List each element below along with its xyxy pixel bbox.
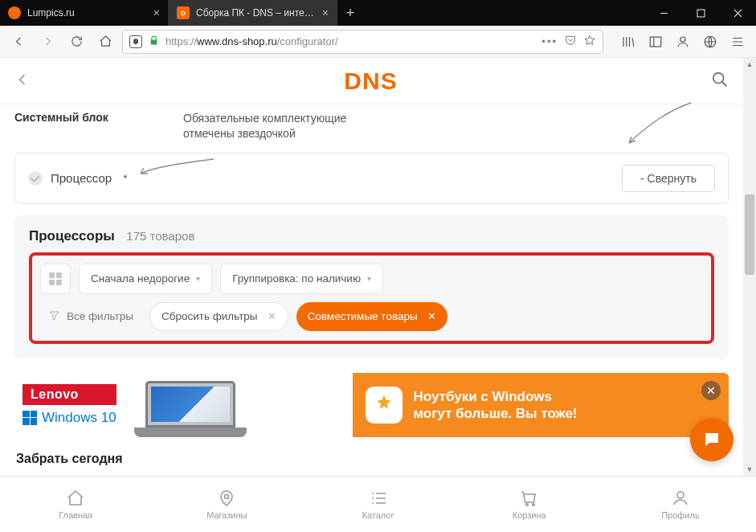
page-actions-icon[interactable]: ••• (541, 35, 558, 47)
nav-home[interactable] (93, 30, 117, 54)
shield-icon[interactable] (129, 35, 142, 48)
scroll-up-icon[interactable]: ▲ (743, 58, 756, 71)
site-header: DNS (0, 58, 743, 104)
site-logo[interactable]: DNS (31, 68, 711, 95)
star-badge-icon (366, 387, 403, 424)
browser-toolbar: https://www.dns-shop.ru/configurator/ ••… (0, 26, 756, 58)
svg-point-4 (713, 72, 724, 83)
browser-tab-2[interactable]: D Сборка ПК - DNS – интернет м × (169, 0, 337, 26)
menu-icon[interactable] (725, 30, 750, 54)
svg-point-6 (525, 504, 528, 506)
component-row-processor: Процессор * - Свернуть (14, 153, 729, 204)
scroll-thumb[interactable] (745, 194, 754, 275)
nav-back[interactable] (6, 30, 31, 54)
reset-filters-chip[interactable]: Сбросить фильтры✕ (149, 302, 288, 331)
page-content: DNS Системный блок Обязательные комплект… (0, 58, 743, 476)
bookmark-star-icon[interactable] (583, 34, 596, 49)
pickup-heading: Забрать сегодня (16, 452, 727, 466)
scroll-down-icon[interactable]: ▼ (743, 463, 756, 476)
all-filters-button[interactable]: Все фильтры (40, 302, 141, 331)
panel-count: 175 товаров (126, 229, 194, 243)
required-star: * (123, 171, 128, 185)
filter-icon (48, 309, 60, 324)
sidebar-icon[interactable] (644, 30, 668, 54)
search-icon[interactable] (711, 71, 729, 92)
window-minimize[interactable] (645, 0, 682, 26)
check-icon (28, 171, 43, 186)
lenovo-logo: Lenovo (22, 384, 116, 405)
svg-point-5 (225, 495, 229, 499)
close-tab-icon[interactable]: × (153, 6, 160, 19)
nav-profile[interactable]: Профиль (605, 477, 756, 532)
banner-text: Ноутбуки с Windowsмогут больше. Вы тоже! (414, 388, 578, 423)
url-text: https://www.dns-shop.ru/configurator/ (166, 35, 535, 47)
tab-label: Lumpics.ru (27, 7, 75, 18)
close-icon[interactable]: ✕ (268, 310, 276, 322)
svg-rect-0 (697, 10, 705, 17)
promo-banner[interactable]: Lenovo Windows 10 Ноутбуки с Windowsмогу… (14, 373, 729, 437)
extensions-icon[interactable] (698, 30, 722, 54)
chevron-down-icon: ▾ (196, 274, 200, 283)
window-maximize[interactable] (682, 0, 719, 26)
nav-home[interactable]: Главная (0, 477, 151, 532)
svg-point-8 (677, 492, 684, 498)
banner-close-icon[interactable]: ✕ (701, 381, 721, 400)
nav-reload[interactable] (64, 30, 88, 54)
nav-catalog[interactable]: Каталог (302, 477, 453, 532)
nav-forward[interactable] (35, 30, 59, 54)
sort-dropdown[interactable]: Сначала недорогие▾ (79, 264, 212, 294)
section-note: Обязательные комплектующиеотмечены звезд… (183, 111, 346, 141)
bottom-nav: Главная Магазины Каталог Корзина Профиль (0, 476, 756, 532)
laptop-image (134, 381, 247, 437)
library-icon[interactable] (616, 30, 640, 54)
component-label: Процессор (51, 171, 112, 185)
svg-point-7 (532, 504, 534, 506)
pocket-icon[interactable] (564, 34, 577, 49)
chevron-down-icon: ▾ (367, 274, 371, 283)
new-tab-button[interactable]: + (337, 0, 363, 26)
address-bar[interactable]: https://www.dns-shop.ru/configurator/ ••… (122, 30, 603, 54)
window-titlebar: Lumpics.ru × D Сборка ПК - DNS – интерне… (0, 0, 756, 26)
favicon (8, 6, 21, 19)
section-title: Системный блок (14, 111, 167, 141)
nav-cart[interactable]: Корзина (454, 477, 605, 532)
product-panel: Процессоры 175 товаров Сначала недорогие… (14, 215, 729, 358)
highlighted-controls: Сначала недорогие▾ Группировка: по налич… (29, 252, 714, 344)
grid-icon (49, 272, 62, 285)
site-back-button[interactable] (14, 72, 31, 91)
svg-rect-1 (650, 37, 661, 47)
nav-stores[interactable]: Магазины (151, 477, 302, 532)
panel-title: Процессоры (29, 228, 115, 243)
vertical-scrollbar[interactable]: ▲ ▼ (743, 58, 756, 476)
tab-label: Сборка ПК - DNS – интернет м (196, 7, 316, 18)
browser-tab-1[interactable]: Lumpics.ru × (0, 0, 169, 26)
view-grid-toggle[interactable] (40, 264, 71, 294)
window-close[interactable] (719, 0, 756, 26)
account-icon[interactable] (671, 30, 695, 54)
compatible-filter-chip[interactable]: Совместимые товары✕ (296, 302, 447, 331)
grouping-dropdown[interactable]: Группировка: по наличию▾ (220, 264, 383, 294)
windows-logo: Windows 10 (22, 410, 116, 426)
close-tab-icon[interactable]: × (322, 6, 329, 19)
lock-icon (149, 35, 159, 48)
chat-fab[interactable] (690, 418, 734, 461)
close-icon[interactable]: ✕ (427, 310, 436, 322)
svg-point-2 (680, 37, 685, 42)
collapse-button[interactable]: - Свернуть (622, 165, 715, 192)
favicon: D (177, 6, 190, 19)
